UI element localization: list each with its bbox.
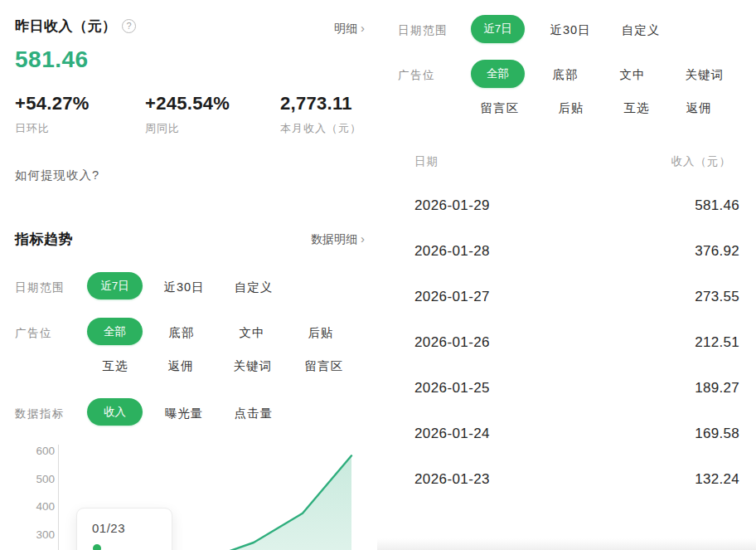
filter-label-date-range: 日期范围: [15, 280, 65, 295]
option-ad-slot-keyword[interactable]: 关键词: [234, 358, 273, 374]
chevron-right-icon: ›: [361, 231, 365, 246]
trend-data-detail-link[interactable]: 数据明细›: [311, 231, 365, 247]
chart-tooltip: 01/23: [76, 508, 172, 550]
row-date: 2026-01-23: [414, 471, 490, 488]
bottom-card-edge: [377, 538, 756, 550]
series-dot-icon: [93, 544, 101, 550]
pill-last-7-days[interactable]: 近7日: [87, 272, 143, 299]
filter-label-ad-slot: 广告位: [15, 326, 52, 341]
option-last-30-days[interactable]: 近30日: [163, 280, 204, 295]
pill-ad-slot-all[interactable]: 全部: [471, 60, 525, 88]
option-custom-range[interactable]: 自定义: [622, 22, 661, 38]
income-table: 日期 收入（元） 2026-01-29 581.46 2026-01-28 37…: [414, 149, 739, 174]
trend-title: 指标趋势: [15, 230, 73, 249]
pill-last-7-days[interactable]: 近7日: [471, 15, 525, 43]
yesterday-income-amount: 581.46: [15, 46, 89, 73]
option-ad-slot-bottom[interactable]: 底部: [553, 67, 579, 83]
revenue-dashboard: 昨日收入（元） ? 明细› 581.46 +54.27% +245.54% 2,…: [0, 0, 756, 550]
yesterday-income-title: 昨日收入（元）: [15, 17, 117, 36]
option-metric-clicks[interactable]: 点击量: [235, 406, 274, 421]
row-date: 2026-01-25: [414, 380, 490, 397]
option-metric-impressions[interactable]: 曝光量: [165, 406, 204, 421]
row-date: 2026-01-27: [414, 289, 490, 305]
dod-change-label: 日环比: [15, 121, 50, 136]
dod-change-value: +54.27%: [15, 93, 90, 114]
column-header-date: 日期: [414, 154, 439, 169]
income-detail-link[interactable]: 明细›: [334, 21, 365, 37]
income-trend-panel: 昨日收入（元） ? 明细› 581.46 +54.27% +245.54% 2,…: [0, 0, 378, 550]
income-detail-label: 明细: [334, 22, 357, 35]
trend-chart[interactable]: 600 500 400 300 01/23: [25, 440, 366, 550]
table-row: 2026-01-24 169.58: [414, 411, 739, 456]
option-ad-slot-in-text[interactable]: 文中: [620, 67, 646, 83]
table-row: 2026-01-23 132.24: [414, 456, 739, 502]
row-income: 189.27: [695, 380, 739, 397]
column-header-income: 收入（元）: [671, 154, 732, 169]
row-income: 273.55: [695, 289, 739, 305]
table-header-row: 日期 收入（元）: [414, 149, 739, 174]
option-ad-slot-mutual[interactable]: 互选: [624, 100, 650, 116]
option-ad-slot-comments[interactable]: 留言区: [305, 358, 344, 374]
table-row: 2026-01-29 581.46: [414, 183, 739, 228]
trend-detail-label: 数据明细: [311, 232, 357, 246]
pill-ad-slot-all[interactable]: 全部: [87, 318, 143, 345]
month-income-label: 本月收入（元）: [280, 121, 361, 136]
option-ad-slot-mutual[interactable]: 互选: [103, 358, 128, 374]
filter-label-metric: 数据指标: [15, 406, 65, 421]
wow-change-value: +245.54%: [145, 93, 230, 114]
option-ad-slot-post-roll[interactable]: 后贴: [559, 100, 584, 116]
row-date: 2026-01-24: [414, 426, 490, 442]
row-income: 581.46: [695, 197, 739, 214]
chevron-right-icon: ›: [361, 21, 365, 35]
option-ad-slot-in-text[interactable]: 文中: [240, 325, 265, 341]
option-ad-slot-keyword[interactable]: 关键词: [686, 67, 724, 83]
row-income: 212.51: [695, 334, 739, 351]
option-ad-slot-bottom[interactable]: 底部: [169, 325, 195, 341]
pill-metric-income[interactable]: 收入: [87, 398, 143, 426]
table-row: 2026-01-26 212.51: [414, 319, 739, 365]
option-custom-range[interactable]: 自定义: [235, 280, 274, 295]
income-detail-panel: 日期范围 近7日 近30日 自定义 广告位 全部 底部 文中 关键词 留言区 后…: [378, 0, 756, 550]
option-ad-slot-comments[interactable]: 留言区: [481, 100, 520, 116]
tooltip-date-label: 01/23: [92, 521, 172, 535]
wow-change-label: 周同比: [145, 121, 180, 136]
row-income: 132.24: [695, 471, 739, 488]
filter-label-ad-slot: 广告位: [398, 68, 435, 83]
filter-label-date-range: 日期范围: [398, 23, 448, 38]
month-income-value: 2,773.11: [280, 93, 352, 114]
option-last-30-days[interactable]: 近30日: [550, 22, 590, 38]
row-income: 376.92: [695, 243, 739, 260]
table-row: 2026-01-28 376.92: [414, 228, 739, 274]
table-row: 2026-01-25 189.27: [414, 365, 739, 411]
option-ad-slot-rebate[interactable]: 返佣: [168, 358, 194, 374]
row-date: 2026-01-26: [414, 334, 490, 351]
withdraw-help-link[interactable]: 如何提现收入?: [15, 168, 99, 183]
row-date: 2026-01-28: [414, 243, 490, 260]
help-icon[interactable]: ?: [122, 19, 136, 33]
option-ad-slot-post-roll[interactable]: 后贴: [308, 325, 334, 341]
row-income: 169.58: [695, 426, 739, 442]
table-row: 2026-01-27 273.55: [414, 274, 739, 319]
row-date: 2026-01-29: [414, 197, 490, 214]
option-ad-slot-rebate[interactable]: 返佣: [686, 100, 712, 116]
